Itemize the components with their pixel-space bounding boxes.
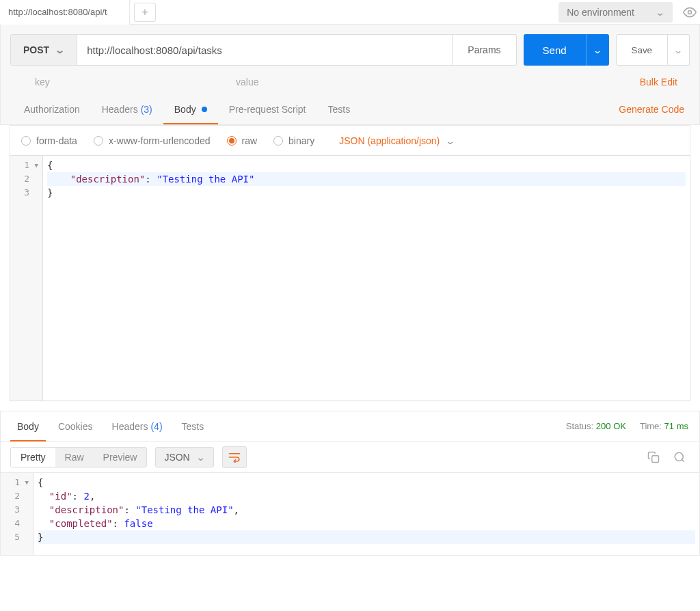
wrap-lines-button[interactable] bbox=[222, 446, 247, 468]
generate-code-link[interactable]: Generate Code bbox=[619, 104, 687, 115]
environment-selector[interactable]: No environment ⌄ bbox=[558, 2, 673, 23]
request-panel: POST ⌄ Params Send ⌄ Save ⌄ key bbox=[0, 25, 700, 125]
kv-value-placeholder: value bbox=[236, 77, 258, 87]
view-preview[interactable]: Preview bbox=[94, 448, 147, 467]
radio-icon bbox=[227, 136, 237, 146]
line-number: 2 bbox=[14, 489, 20, 503]
fold-icon[interactable]: ▼ bbox=[22, 476, 29, 489]
time-value: 71 ms bbox=[664, 421, 688, 431]
editor-gutter: 1▼ 2 3 bbox=[10, 156, 43, 400]
radio-form-data[interactable]: form-data bbox=[21, 135, 77, 146]
bulk-edit-label: Bulk Edit bbox=[640, 77, 677, 87]
code-text: "id" bbox=[49, 491, 72, 502]
request-body-editor[interactable]: 1▼ 2 3 { "description": "Testing the API… bbox=[10, 155, 690, 401]
code-text: } bbox=[47, 187, 53, 198]
code-text: false bbox=[124, 518, 152, 529]
time-label: Time: bbox=[640, 421, 662, 431]
tab-response-body[interactable]: Body bbox=[8, 411, 49, 442]
tab-response-headers[interactable]: Headers (4) bbox=[103, 411, 172, 442]
svg-point-0 bbox=[688, 10, 692, 14]
code-text: "Testing the API" bbox=[135, 504, 233, 515]
send-button[interactable]: Send bbox=[524, 34, 586, 66]
copy-icon bbox=[647, 451, 660, 463]
modified-dot-icon bbox=[202, 107, 207, 112]
code-area[interactable]: { "id": 2, "description": "Testing the A… bbox=[33, 473, 699, 555]
plus-icon: + bbox=[142, 6, 148, 18]
environment-preview-button[interactable] bbox=[679, 2, 700, 23]
content-type-label: JSON bbox=[164, 452, 189, 463]
view-raw[interactable]: Raw bbox=[55, 448, 94, 467]
tab-body[interactable]: Body bbox=[163, 94, 218, 124]
response-body-editor[interactable]: 1▼ 2 3 4 5 { "id": 2, "description": "Te… bbox=[1, 473, 699, 555]
radio-raw[interactable]: raw bbox=[227, 135, 258, 146]
tab-label: Headers bbox=[112, 421, 148, 432]
status-label: Status: bbox=[566, 421, 593, 431]
code-area[interactable]: { "description": "Testing the API" } bbox=[43, 156, 690, 400]
code-text: "description" bbox=[70, 174, 146, 185]
copy-button[interactable] bbox=[643, 447, 664, 467]
add-tab-button[interactable]: + bbox=[134, 3, 156, 22]
search-button[interactable] bbox=[669, 447, 690, 467]
chevron-down-icon: ⌄ bbox=[673, 45, 683, 55]
tab-tests[interactable]: Tests bbox=[317, 94, 362, 124]
chevron-down-icon: ⌄ bbox=[593, 45, 602, 55]
view-tabs: Pretty Raw Preview bbox=[10, 447, 147, 467]
eye-icon bbox=[683, 5, 697, 19]
radio-urlencoded[interactable]: x-www-form-urlencoded bbox=[94, 135, 211, 146]
tab-label: Tests bbox=[182, 421, 204, 432]
response-meta: Status: 200 OK Time: 71 ms bbox=[566, 421, 692, 431]
tab-response-cookies[interactable]: Cookies bbox=[49, 411, 103, 442]
fold-icon[interactable]: ▼ bbox=[31, 159, 38, 172]
url-input[interactable] bbox=[77, 34, 453, 66]
response-content-type-select[interactable]: JSON ⌄ bbox=[155, 447, 213, 467]
tab-authorization[interactable]: Authorization bbox=[13, 94, 91, 124]
method-select[interactable]: POST ⌄ bbox=[10, 34, 77, 66]
params-button[interactable]: Params bbox=[453, 34, 516, 66]
save-label: Save bbox=[632, 45, 652, 55]
method-label: POST bbox=[23, 44, 49, 55]
view-pretty[interactable]: Pretty bbox=[11, 448, 55, 467]
bulk-edit-link[interactable]: Bulk Edit bbox=[640, 77, 677, 87]
chevron-down-icon: ⌄ bbox=[196, 452, 206, 463]
search-icon bbox=[673, 451, 686, 463]
radio-icon bbox=[21, 136, 31, 146]
line-number: 4 bbox=[14, 517, 20, 530]
tab-label: Body bbox=[174, 104, 196, 115]
request-tab[interactable]: http://localhost:8080/api/t bbox=[0, 0, 130, 25]
view-label: Raw bbox=[65, 452, 84, 463]
kv-key-placeholder: key bbox=[35, 77, 50, 87]
content-type-label: JSON (application/json) bbox=[339, 135, 440, 146]
content-type-select[interactable]: JSON (application/json) ⌄ bbox=[339, 135, 455, 146]
save-dropdown-button[interactable]: ⌄ bbox=[668, 34, 690, 66]
code-text: } bbox=[38, 532, 43, 543]
tab-headers[interactable]: Headers (3) bbox=[91, 94, 163, 124]
radio-binary[interactable]: binary bbox=[273, 135, 314, 146]
code-text: "description" bbox=[49, 504, 124, 515]
chevron-down-icon: ⌄ bbox=[55, 44, 66, 55]
tab-label: Headers bbox=[102, 104, 138, 115]
tab-label: Body bbox=[17, 421, 39, 432]
radio-label: form-data bbox=[36, 135, 77, 146]
headers-count: (4) bbox=[150, 421, 162, 432]
save-button[interactable]: Save bbox=[616, 34, 668, 66]
tab-label: Tests bbox=[328, 104, 351, 115]
kv-key-cell[interactable]: key bbox=[10, 77, 236, 87]
tab-label: Pre-request Script bbox=[229, 104, 306, 115]
svg-rect-2 bbox=[652, 455, 659, 462]
request-tab-title: http://localhost:8080/api/t bbox=[8, 7, 107, 17]
code-text: "Testing the API" bbox=[157, 174, 254, 185]
editor-gutter: 1▼ 2 3 4 5 bbox=[1, 473, 33, 555]
radio-label: x-www-form-urlencoded bbox=[109, 135, 211, 146]
response-panel: Body Cookies Headers (4) Tests Status: 2… bbox=[0, 411, 700, 556]
tab-prerequest[interactable]: Pre-request Script bbox=[218, 94, 317, 124]
status-value: 200 OK bbox=[596, 421, 626, 431]
line-number: 1 bbox=[24, 159, 29, 172]
line-number: 3 bbox=[14, 503, 20, 517]
radio-label: raw bbox=[242, 135, 258, 146]
code-text: 2 bbox=[83, 491, 89, 502]
line-number: 2 bbox=[24, 172, 29, 186]
kv-value-cell[interactable]: value bbox=[236, 77, 441, 87]
send-dropdown-button[interactable]: ⌄ bbox=[586, 34, 609, 66]
tab-response-tests[interactable]: Tests bbox=[172, 411, 214, 442]
code-text: { bbox=[38, 477, 43, 488]
